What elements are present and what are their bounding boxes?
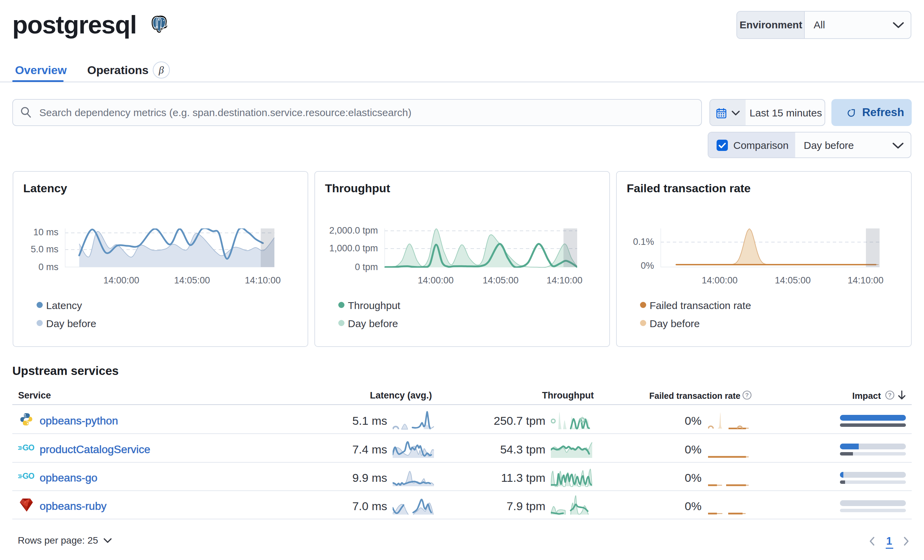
svg-text:?: ? xyxy=(888,392,891,398)
svg-text:GO: GO xyxy=(22,472,34,481)
svg-text:?: ? xyxy=(745,392,749,398)
svg-text:GO: GO xyxy=(22,444,34,452)
